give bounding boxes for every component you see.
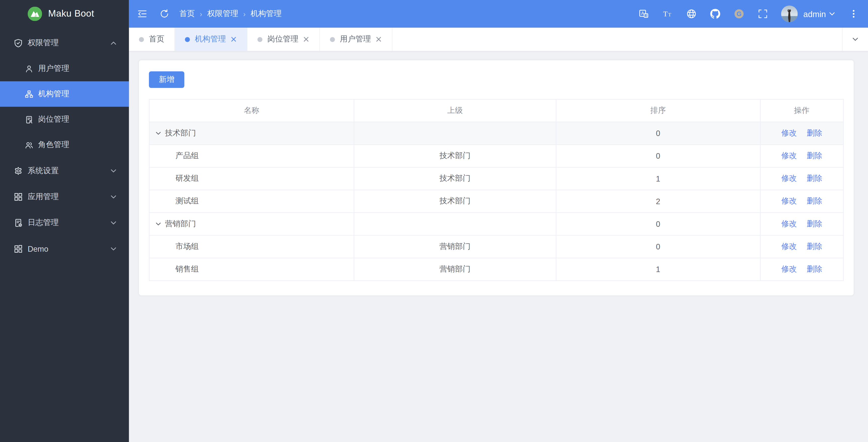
org-parent: 技术部门 <box>354 144 556 167</box>
post-icon <box>25 115 33 124</box>
table-row: 营销部门 0 修改 删除 <box>149 213 843 235</box>
org-parent: 营销部门 <box>354 235 556 258</box>
more-options-icon[interactable] <box>848 8 859 20</box>
font-size-icon[interactable]: TT <box>662 8 673 20</box>
chevron-down-icon <box>110 193 117 200</box>
shield-check-icon <box>14 38 23 47</box>
org-name: 市场组 <box>176 242 198 252</box>
user-avatar[interactable] <box>781 5 798 22</box>
close-tab-icon[interactable] <box>375 36 382 42</box>
org-name: 技术部门 <box>165 128 196 138</box>
add-button[interactable]: 新增 <box>149 71 184 88</box>
edit-link[interactable]: 修改 <box>781 219 797 228</box>
delete-link[interactable]: 删除 <box>807 151 822 160</box>
sidebar-item[interactable]: 日志管理 <box>0 210 129 236</box>
maku-logo-icon <box>28 6 42 21</box>
row-actions: 修改 删除 <box>760 258 843 281</box>
tab-首页[interactable]: 首页 <box>129 28 175 51</box>
edit-link[interactable]: 修改 <box>781 242 797 250</box>
tab-岗位管理[interactable]: 岗位管理 <box>247 28 320 51</box>
user-icon <box>25 64 33 73</box>
delete-link[interactable]: 删除 <box>807 196 822 205</box>
breadcrumb-item[interactable]: 机构管理 <box>251 9 282 19</box>
edit-link[interactable]: 修改 <box>781 174 797 182</box>
tabs-container: 首页 机构管理 岗位管理 用户管理 <box>129 28 393 51</box>
tab-用户管理[interactable]: 用户管理 <box>320 28 392 51</box>
chevron-down-icon <box>110 219 117 226</box>
org-sort: 0 <box>556 144 760 167</box>
app-root: Maku Boot 权限管理 用户管理 机构管理 岗位管理 角色管理 系统设置 … <box>0 0 868 442</box>
sidebar-subitem[interactable]: 用户管理 <box>0 56 129 81</box>
globe-icon[interactable] <box>686 8 697 20</box>
delete-link[interactable]: 删除 <box>807 219 822 228</box>
fullscreen-icon[interactable] <box>757 8 768 20</box>
org-name: 产品组 <box>176 151 198 161</box>
close-tab-icon[interactable] <box>230 36 237 42</box>
refresh-icon[interactable] <box>159 8 170 20</box>
sidebar-subitem-label: 角色管理 <box>38 140 69 150</box>
table-header-row: 名称 上级 排序 操作 <box>149 99 843 122</box>
github-icon[interactable] <box>710 8 721 20</box>
sidebar-subitem[interactable]: 机构管理 <box>0 81 129 107</box>
delete-link[interactable]: 删除 <box>807 242 822 250</box>
breadcrumb: 首页›权限管理›机构管理 <box>180 9 282 19</box>
org-name: 营销部门 <box>165 219 196 229</box>
collapse-menu-icon[interactable] <box>137 8 148 20</box>
gitee-icon[interactable]: G <box>734 8 745 20</box>
translate-icon[interactable]: A文 <box>639 8 650 20</box>
sidebar-item[interactable]: Demo <box>0 236 129 262</box>
chevron-down-icon <box>852 36 859 42</box>
tab-list-dropdown[interactable] <box>842 28 868 51</box>
chevron-down-icon <box>110 167 117 174</box>
sidebar-item[interactable]: 权限管理 <box>0 30 129 56</box>
tree-expand-icon[interactable] <box>155 221 161 227</box>
gear-icon <box>14 166 23 175</box>
chevron-up-icon <box>110 39 117 46</box>
org-sort: 1 <box>556 258 760 281</box>
tree-expand-icon[interactable] <box>155 130 161 137</box>
breadcrumb-item[interactable]: 权限管理 <box>207 9 238 19</box>
roles-icon <box>25 141 33 149</box>
edit-link[interactable]: 修改 <box>781 151 797 160</box>
sidebar-subitem-label: 机构管理 <box>38 89 69 99</box>
sidebar-subitem[interactable]: 角色管理 <box>0 132 129 158</box>
tab-status-dot <box>139 37 144 42</box>
edit-link[interactable]: 修改 <box>781 196 797 205</box>
table-row: 销售组 营销部门 1 修改 删除 <box>149 258 843 281</box>
table-row: 测试组 技术部门 2 修改 删除 <box>149 190 843 213</box>
sidebar-item[interactable]: 系统设置 <box>0 158 129 183</box>
sidebar-subitem[interactable]: 岗位管理 <box>0 107 129 132</box>
row-actions: 修改 删除 <box>760 190 843 213</box>
table-row: 产品组 技术部门 0 修改 删除 <box>149 144 843 167</box>
row-actions: 修改 删除 <box>760 213 843 235</box>
table-row: 研发组 技术部门 1 修改 删除 <box>149 167 843 190</box>
chevron-down-icon[interactable] <box>829 10 835 17</box>
tab-bar: 首页 机构管理 岗位管理 用户管理 <box>129 28 868 51</box>
column-header-sort: 排序 <box>556 99 760 122</box>
org-parent <box>354 122 556 144</box>
breadcrumb-item[interactable]: 首页 <box>180 9 195 19</box>
demo-icon <box>14 244 23 253</box>
row-actions: 修改 删除 <box>760 144 843 167</box>
delete-link[interactable]: 删除 <box>807 128 822 137</box>
tab-label: 机构管理 <box>195 34 226 44</box>
table-row: 技术部门 0 修改 删除 <box>149 122 843 144</box>
tab-label: 首页 <box>149 34 164 44</box>
delete-link[interactable]: 删除 <box>807 264 822 273</box>
org-sort: 0 <box>556 122 760 144</box>
sidebar-item-label: 权限管理 <box>28 38 59 48</box>
top-header: 首页›权限管理›机构管理 A文 TT G <box>129 0 868 28</box>
org-parent: 营销部门 <box>354 258 556 281</box>
edit-link[interactable]: 修改 <box>781 264 797 273</box>
app-logo[interactable]: Maku Boot <box>0 0 129 28</box>
chevron-down-icon <box>110 245 117 252</box>
tab-机构管理[interactable]: 机构管理 <box>175 28 247 51</box>
sidebar-item[interactable]: 应用管理 <box>0 183 129 209</box>
edit-link[interactable]: 修改 <box>781 128 797 137</box>
org-parent: 技术部门 <box>354 167 556 190</box>
column-header-name: 名称 <box>149 99 354 122</box>
close-tab-icon[interactable] <box>303 36 309 42</box>
username[interactable]: admin <box>803 9 826 19</box>
delete-link[interactable]: 删除 <box>807 174 822 182</box>
svg-text:A: A <box>641 11 644 16</box>
